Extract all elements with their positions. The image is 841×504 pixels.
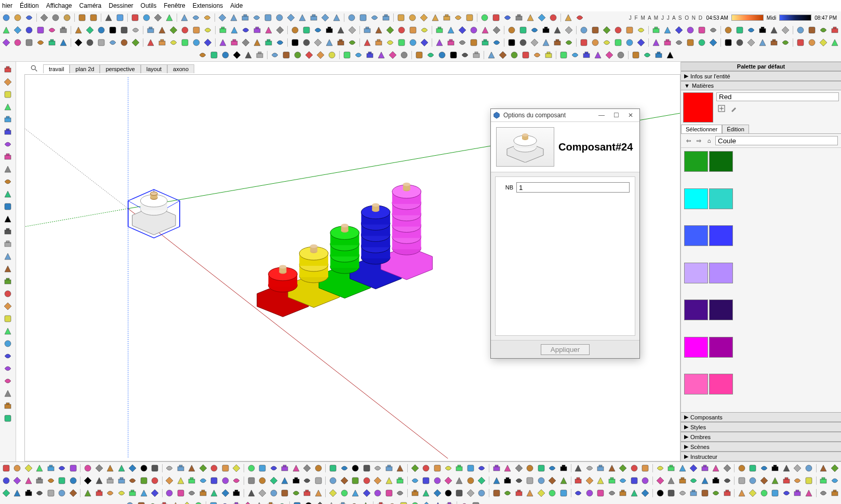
bottom-r1-btn-54[interactable] [629, 475, 639, 486]
bottom-r1-btn-26[interactable] [302, 475, 312, 486]
bottom-r0-btn-60[interactable] [700, 463, 710, 473]
toolbar-r2-btn-16[interactable] [191, 37, 202, 48]
bottom-r0-btn-11[interactable] [127, 463, 137, 473]
bottom-r1-btn-38[interactable] [443, 475, 453, 486]
toolbar-r2-btn-25[interactable] [301, 37, 312, 48]
dimension-icon[interactable] [2, 276, 14, 287]
toolbar-r1-btn-21[interactable] [252, 25, 262, 35]
scene-search-icon[interactable] [29, 64, 40, 73]
toolbar-r2-btn-8[interactable] [96, 37, 106, 48]
bottom-r2-btn-1[interactable] [12, 488, 22, 498]
bottom-r0-btn-1[interactable] [12, 463, 22, 473]
tab-perspective[interactable]: perspective [100, 64, 140, 73]
bottom-r1-btn-28[interactable] [328, 475, 338, 486]
component-options-dialog[interactable]: Options du composant — ☐ ✕ Composant#24 [490, 108, 640, 359]
bottom-r2-btn-41[interactable] [477, 488, 487, 498]
bottom-r3-btn-23[interactable] [398, 500, 409, 504]
misc-3-icon[interactable] [419, 12, 429, 23]
bottom-r1-btn-43[interactable] [503, 475, 513, 486]
pushpull-icon[interactable] [2, 164, 14, 175]
bottom-r0-btn-55[interactable] [640, 463, 650, 473]
toolbar-r3-btn-18[interactable] [414, 50, 424, 60]
toolbar-r1-btn-68[interactable] [818, 25, 829, 35]
toolbar-r3-btn-25[interactable] [498, 50, 508, 60]
bottom-r0-btn-68[interactable] [793, 463, 803, 473]
toolbar-r2-btn-22[interactable] [263, 37, 274, 48]
material-swatch-0[interactable] [684, 151, 708, 172]
toolbar-r3-btn-14[interactable] [365, 50, 375, 60]
dialog-maximize-icon[interactable]: ☐ [609, 111, 623, 120]
bottom-r2-btn-11[interactable] [127, 488, 137, 498]
material-swatch-6[interactable] [684, 263, 708, 283]
bottom-r2-btn-33[interactable] [384, 488, 394, 498]
bottom-r0-btn-31[interactable] [362, 463, 371, 473]
toolbar-r3-btn-28[interactable] [532, 50, 542, 60]
toolbar-r1-btn-59[interactable] [708, 25, 718, 35]
building-7-icon[interactable] [286, 12, 296, 23]
toolbar-r3-btn-12[interactable] [342, 50, 352, 60]
bottom-r0-btn-70[interactable] [819, 463, 829, 473]
toolbar-r1-btn-19[interactable] [229, 25, 239, 35]
bottom-r1-btn-5[interactable] [57, 475, 66, 486]
toolbar-r3-btn-30[interactable] [558, 50, 569, 60]
building-5-icon[interactable] [263, 12, 273, 23]
orbit-icon[interactable] [2, 313, 14, 324]
bottom-r1-btn-51[interactable] [595, 475, 605, 486]
toolbar-r3-btn-20[interactable] [437, 50, 447, 60]
toolbar-r3-btn-17[interactable] [399, 50, 409, 60]
toolbar-r2-btn-49[interactable] [590, 37, 600, 48]
toolbar-r1-btn-50[interactable] [602, 25, 612, 35]
toolbar-r2-btn-65[interactable] [780, 37, 791, 48]
zoom-icon[interactable] [2, 338, 14, 349]
bottom-r3-btn-5[interactable] [182, 500, 192, 504]
toolbar-r1-btn-25[interactable] [301, 25, 312, 35]
ext-1-icon[interactable] [479, 12, 490, 23]
bottom-r3-btn-22[interactable] [387, 500, 397, 504]
new-file-icon[interactable] [1, 12, 11, 23]
ext-4-icon[interactable] [514, 12, 524, 23]
bottom-r1-btn-70[interactable] [819, 475, 829, 486]
bottom-r3-btn-13[interactable] [277, 500, 287, 504]
toolbar-r2-btn-5[interactable] [58, 37, 69, 48]
toolbar-r1-btn-28[interactable] [336, 25, 346, 35]
material-swatch-large[interactable] [683, 92, 713, 122]
toolbar-r2-btn-20[interactable] [241, 37, 251, 48]
toolbar-r2-btn-66[interactable] [795, 37, 806, 48]
bottom-r0-btn-6[interactable] [68, 463, 78, 473]
toolbar-r3-btn-24[interactable] [486, 50, 497, 60]
toolbar-r3-btn-31[interactable] [570, 50, 580, 60]
toolbar-r3-btn-39[interactable] [665, 50, 675, 60]
building-9-icon[interactable] [309, 12, 319, 23]
toolbar-r1-btn-22[interactable] [263, 25, 274, 35]
apply-button[interactable]: Appliquer [541, 344, 590, 355]
bottom-r0-btn-51[interactable] [595, 463, 605, 473]
bottom-r1-btn-40[interactable] [465, 475, 475, 486]
toolbar-r1-btn-11[interactable] [130, 25, 141, 35]
building-11-icon[interactable] [331, 12, 342, 23]
bottom-r1-btn-34[interactable] [395, 475, 405, 486]
toolbar-r2-btn-41[interactable] [491, 37, 502, 48]
toolbar-r2-btn-9[interactable] [108, 37, 118, 48]
bottom-r1-btn-13[interactable] [150, 475, 159, 486]
toolbar-r1-btn-13[interactable] [157, 25, 167, 35]
toolbar-r1-btn-1[interactable] [12, 25, 23, 35]
bottom-r2-btn-29[interactable] [339, 488, 349, 498]
bottom-r1-btn-66[interactable] [770, 475, 780, 486]
bottom-r0-btn-57[interactable] [666, 463, 676, 473]
bottom-r1-btn-64[interactable] [748, 475, 758, 486]
material-swatch-8[interactable] [684, 299, 708, 320]
bottom-r3-btn-29[interactable] [471, 500, 481, 504]
undo-icon[interactable] [77, 12, 87, 23]
bottom-r2-btn-61[interactable] [711, 488, 720, 498]
toolbar-r2-btn-2[interactable] [24, 37, 34, 48]
bldg-a-icon[interactable] [346, 12, 357, 23]
copy-icon[interactable] [50, 12, 61, 23]
bottom-r0-btn-46[interactable] [536, 463, 546, 473]
toolbar-r1-btn-6[interactable] [73, 25, 84, 35]
toolbar-r2-btn-33[interactable] [396, 37, 407, 48]
toolbar-r2-btn-67[interactable] [807, 37, 817, 48]
sample-paint-icon[interactable] [729, 103, 739, 114]
bottom-r0-btn-29[interactable] [339, 463, 349, 473]
toolbar-r1-btn-29[interactable] [347, 25, 357, 35]
bottom-r1-btn-57[interactable] [666, 475, 676, 486]
